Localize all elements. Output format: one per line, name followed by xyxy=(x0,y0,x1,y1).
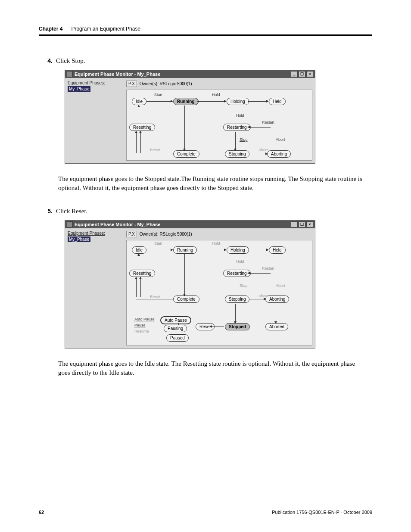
state-paused: Paused xyxy=(166,334,189,342)
label-start: Start xyxy=(154,93,162,97)
label-autopause-1: Auto Pause xyxy=(134,317,155,321)
state-complete: Complete xyxy=(173,150,199,158)
close-button[interactable]: × xyxy=(306,221,313,227)
state-diagram-2: Idle Start Running Hold Holding Held Hol… xyxy=(126,240,312,345)
window-icon xyxy=(67,71,73,77)
state-pausing: Pausing xyxy=(164,325,187,332)
label-resume: Resume xyxy=(134,329,149,333)
label-pause: Pause xyxy=(134,323,146,327)
right-panel: P.X Owner(s): RSLogix 5000(1) Idle Start… xyxy=(126,81,312,161)
state-stopping-2: Stopping xyxy=(225,296,249,303)
owner-icon-2: P.X xyxy=(126,231,137,237)
state-aborting: Aborting xyxy=(267,150,291,158)
left-panel: Equipment Phases: My_Phase xyxy=(68,81,124,161)
window-title: Equipment Phase Monitor - My_Phase xyxy=(75,72,291,77)
label-stop: Stop xyxy=(240,137,248,142)
page-footer: 62 Publication 1756-QS001E-EN-P - Octobe… xyxy=(39,510,372,515)
close-button[interactable]: × xyxy=(306,71,313,77)
label-hold-2: Hold xyxy=(212,241,220,246)
state-resetting: Resetting xyxy=(129,124,155,131)
chapter-title: Program an Equipment Phase xyxy=(71,26,140,32)
label-reset: Reset xyxy=(150,148,160,152)
window-titlebar-2: Equipment Phase Monitor - My_Phase _ ☐ × xyxy=(65,221,315,228)
label-holdcmd: Hold xyxy=(236,113,244,118)
screenshot-1: Equipment Phase Monitor - My_Phase _ ☐ ×… xyxy=(65,70,315,164)
left-panel-2: Equipment Phases: My_Phase xyxy=(68,231,124,345)
owner-text-2: Owner(s): RSLogix 5000(1) xyxy=(140,232,192,236)
label-hold: Hold xyxy=(212,93,220,97)
tree-item-2[interactable]: My_Phase xyxy=(68,236,90,242)
phases-label: Equipment Phases: xyxy=(68,81,124,85)
label-abort: Abort xyxy=(276,137,285,142)
state-idle-2: Idle xyxy=(132,246,146,254)
screenshot-2: Equipment Phase Monitor - My_Phase _ ☐ ×… xyxy=(65,220,315,348)
maximize-button[interactable]: ☐ xyxy=(299,71,305,77)
state-stopped: Stopped xyxy=(225,323,250,330)
state-resetting-2: Resetting xyxy=(129,270,155,277)
label-stop-2: Stop xyxy=(240,283,248,288)
state-running: Running xyxy=(173,98,199,105)
label-restart-2: Restart xyxy=(262,266,274,271)
step-4: 4. Click Stop. xyxy=(39,57,372,65)
state-complete-2: Complete xyxy=(173,296,199,303)
phases-label-2: Equipment Phases: xyxy=(68,231,124,236)
state-holding-2: Holding xyxy=(227,246,249,254)
window-icon xyxy=(67,221,73,227)
minimize-button[interactable]: _ xyxy=(291,221,298,227)
step-5-text: Click Reset. xyxy=(56,208,87,215)
owner-text: Owner(s): RSLogix 5000(1) xyxy=(140,81,192,86)
state-idle: Idle xyxy=(132,98,146,105)
step-5: 5. Click Reset. xyxy=(39,208,372,215)
right-panel-2: P.X Owner(s): RSLogix 5000(1) Idle Start… xyxy=(126,231,312,345)
page-header: Chapter 4 Program an Equipment Phase xyxy=(39,26,372,36)
state-holding: Holding xyxy=(227,98,249,105)
publication-id: Publication 1756-QS001E-EN-P - October 2… xyxy=(272,510,372,515)
step-4-text: Click Stop. xyxy=(56,57,85,65)
state-held-2: Held xyxy=(269,246,286,254)
maximize-button[interactable]: ☐ xyxy=(299,221,305,227)
state-restarting: Restarting xyxy=(223,124,251,131)
chapter-label: Chapter 4 xyxy=(39,26,62,32)
state-aborting-2: Aborting xyxy=(265,296,289,303)
minimize-button[interactable]: _ xyxy=(291,71,298,77)
owner-icon: P.X xyxy=(126,81,137,87)
state-held: Held xyxy=(269,98,286,105)
state-aborted: Aborted xyxy=(265,323,288,330)
step-5-num: 5. xyxy=(39,208,56,215)
window-title-2: Equipment Phase Monitor - My_Phase xyxy=(75,222,291,227)
label-holdcmd-2: Hold xyxy=(236,259,244,264)
state-restarting-2: Restarting xyxy=(223,270,251,277)
state-autopause: Auto Pause xyxy=(160,316,191,324)
label-reset-2: Reset xyxy=(150,295,160,299)
label-restart: Restart xyxy=(262,120,274,124)
label-abortcmd: Abort xyxy=(258,148,268,152)
label-start-2: Start xyxy=(154,241,162,246)
step-4-num: 4. xyxy=(39,57,56,65)
page-number: 62 xyxy=(39,510,44,515)
window-titlebar: Equipment Phase Monitor - My_Phase _ ☐ × xyxy=(65,70,315,78)
para-1: The equipment phase goes to the Stopped … xyxy=(58,174,368,193)
tree-item[interactable]: My_Phase xyxy=(68,86,90,92)
para-2: The equipment phase goes to the Idle sta… xyxy=(58,359,368,377)
label-abort-2: Abort xyxy=(276,283,285,288)
state-stopping: Stopping xyxy=(225,150,249,158)
state-running-2: Running xyxy=(173,246,197,254)
state-diagram-1: Idle Start Running Hold Holding Held Hol… xyxy=(126,90,312,161)
